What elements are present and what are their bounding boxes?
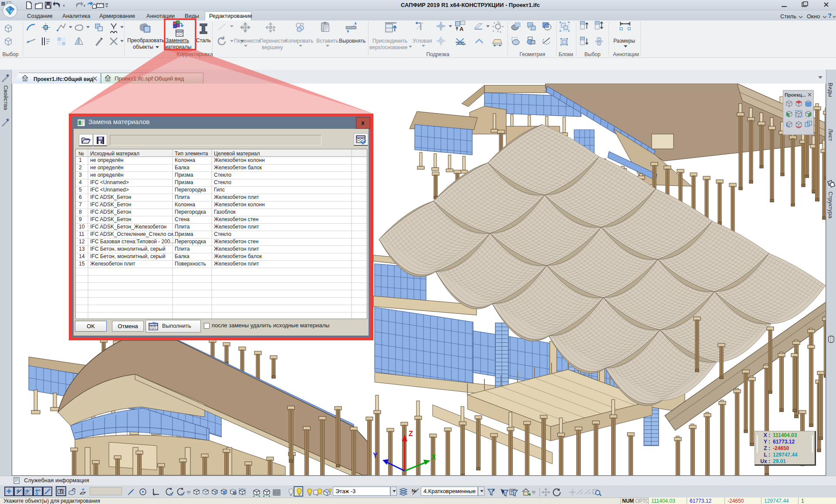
svg-text:X: X	[169, 492, 173, 497]
svg-text:Z: Z	[409, 430, 413, 437]
svg-text:Y: Y	[373, 452, 378, 459]
svg-text:X: X	[431, 454, 436, 461]
svg-text:№: №	[412, 488, 416, 493]
svg-text:Y: Y	[181, 492, 184, 497]
